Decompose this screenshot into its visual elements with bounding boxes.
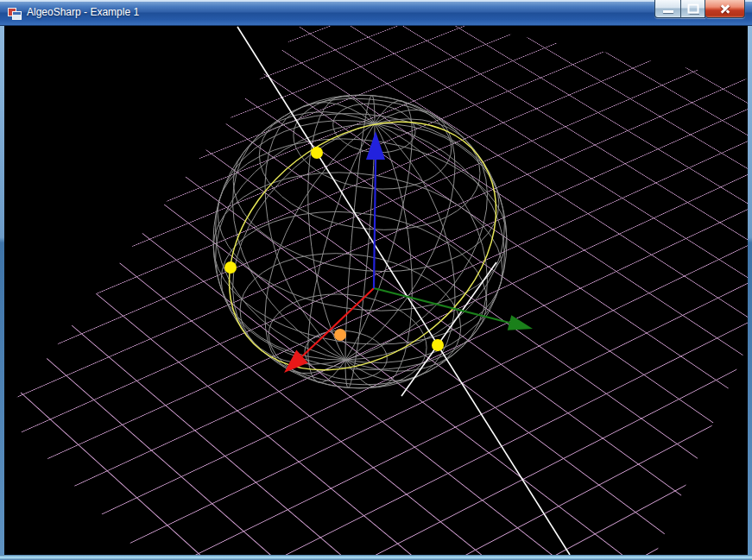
window-border-bottom bbox=[0, 555, 752, 560]
app-icon bbox=[8, 6, 22, 20]
sphere-parallel bbox=[240, 254, 461, 385]
point-right bbox=[432, 339, 444, 351]
y-axis-shaft bbox=[374, 288, 509, 323]
caption-buttons bbox=[654, 0, 745, 19]
scene-stage bbox=[4, 26, 748, 555]
maximize-icon bbox=[687, 4, 698, 14]
z-axis-shaft bbox=[374, 160, 376, 288]
app-icon-form-square bbox=[12, 11, 22, 20]
close-button[interactable] bbox=[705, 0, 745, 18]
minimize-button[interactable] bbox=[654, 0, 681, 18]
window-title: AlgeoSharp - Example 1 bbox=[27, 6, 139, 18]
app-window: AlgeoSharp - Example 1 bbox=[0, 0, 752, 560]
z-axis-arrowhead bbox=[366, 131, 385, 160]
viewport-3d[interactable] bbox=[4, 26, 748, 555]
close-icon bbox=[719, 3, 731, 15]
scene-graphics bbox=[4, 26, 748, 555]
window-border-left bbox=[0, 26, 4, 555]
maximize-button[interactable] bbox=[681, 0, 705, 18]
titlebar[interactable]: AlgeoSharp - Example 1 bbox=[0, 0, 752, 26]
z-axis bbox=[366, 131, 385, 288]
yellow-great-circle bbox=[180, 71, 545, 421]
white-line-b bbox=[401, 262, 496, 396]
point-orange bbox=[334, 329, 346, 341]
wireframe-sphere bbox=[213, 95, 507, 388]
point-top bbox=[311, 147, 323, 159]
window-border-right bbox=[748, 26, 752, 555]
y-axis-arrowhead bbox=[508, 315, 533, 330]
sphere-meridian bbox=[265, 103, 375, 360]
white-line-a bbox=[237, 27, 570, 555]
sphere-meridian bbox=[265, 123, 375, 374]
point-left bbox=[224, 261, 237, 274]
minimize-icon bbox=[663, 10, 673, 13]
